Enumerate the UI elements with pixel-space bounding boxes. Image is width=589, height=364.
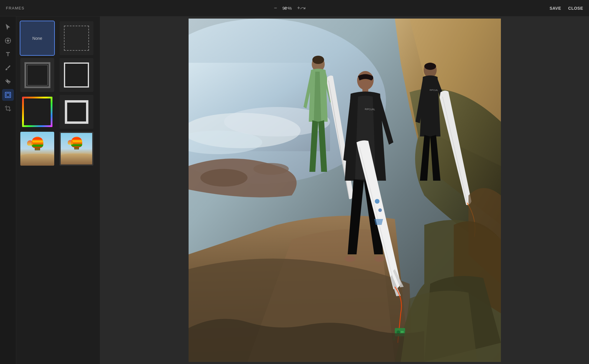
save-button[interactable]: SAVE bbox=[550, 6, 561, 11]
svg-rect-6 bbox=[5, 92, 11, 98]
svg-text:RIPCURL: RIPCURL bbox=[429, 89, 438, 91]
main-area: None bbox=[0, 17, 589, 364]
topbar-center bbox=[282, 4, 308, 13]
frame-option-balloon-1[interactable] bbox=[20, 132, 54, 166]
frames-grid: None bbox=[20, 21, 96, 166]
sidebar-icon-adjust[interactable] bbox=[2, 35, 14, 47]
main-photo: RIPCURL bbox=[189, 19, 501, 362]
icon-sidebar bbox=[0, 17, 16, 364]
frame-none-label: None bbox=[32, 36, 42, 41]
sidebar-icon-frames[interactable] bbox=[2, 89, 14, 101]
frames-panel-title: FRAMES bbox=[6, 6, 24, 10]
svg-rect-7 bbox=[6, 93, 10, 97]
svg-rect-27 bbox=[401, 331, 404, 333]
topbar-right: SAVE CLOSE bbox=[550, 6, 583, 11]
close-button[interactable]: CLOSE bbox=[568, 6, 583, 11]
svg-point-22 bbox=[374, 256, 385, 262]
zoom-in-button[interactable]: + bbox=[295, 4, 302, 12]
canvas-area: RIPCURL bbox=[100, 17, 589, 364]
undo-button[interactable] bbox=[282, 4, 291, 13]
frame-option-balloon-2[interactable] bbox=[60, 132, 93, 166]
photo-container: RIPCURL bbox=[189, 19, 501, 362]
frame-option-dashed[interactable] bbox=[60, 21, 93, 55]
frame-option-white-thin[interactable] bbox=[60, 58, 93, 92]
svg-point-15 bbox=[253, 163, 289, 175]
frame-option-gray-border[interactable] bbox=[20, 58, 54, 92]
svg-point-1 bbox=[7, 39, 9, 42]
svg-text:RIPCURL: RIPCURL bbox=[364, 108, 375, 111]
sidebar-icon-text[interactable] bbox=[2, 48, 14, 60]
sidebar-icon-brush[interactable] bbox=[2, 62, 14, 74]
svg-point-17 bbox=[312, 56, 324, 64]
topbar-left: FRAMES bbox=[6, 6, 24, 10]
frames-panel: None bbox=[16, 17, 100, 364]
svg-point-24 bbox=[378, 208, 382, 212]
frame-option-white-thick[interactable] bbox=[60, 95, 93, 129]
svg-point-21 bbox=[345, 256, 355, 262]
topbar: FRAMES − 98 % + SAVE CLOSE bbox=[0, 0, 589, 17]
frame-option-none[interactable]: None bbox=[20, 21, 54, 55]
svg-point-29 bbox=[424, 63, 436, 70]
svg-point-14 bbox=[200, 169, 248, 187]
sidebar-icon-cursor[interactable] bbox=[2, 21, 14, 33]
zoom-out-button[interactable]: − bbox=[272, 4, 279, 12]
sidebar-icon-healing[interactable] bbox=[2, 75, 14, 87]
sidebar-icon-crop[interactable] bbox=[2, 103, 14, 114]
frame-option-rainbow[interactable] bbox=[20, 95, 54, 129]
svg-point-23 bbox=[375, 199, 380, 204]
